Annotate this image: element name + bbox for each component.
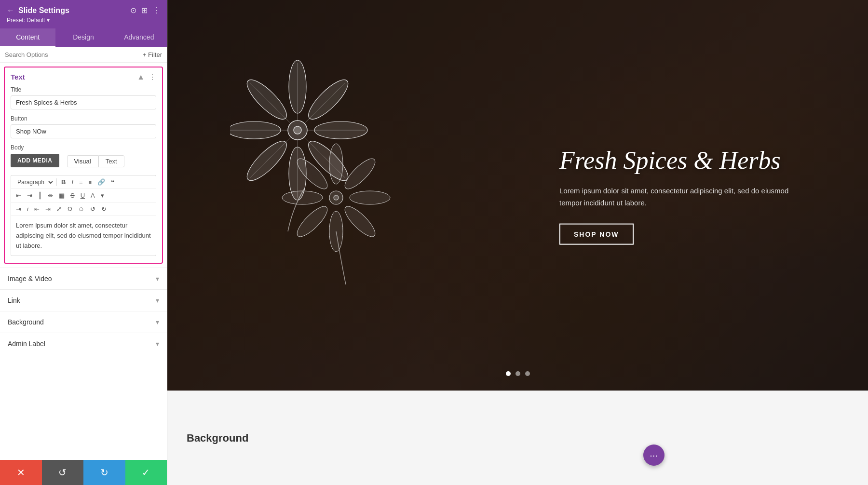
redo-editor-button[interactable]: ↻ (99, 204, 109, 214)
text-tab[interactable]: Text (98, 155, 124, 167)
dot-1[interactable] (506, 371, 511, 376)
ltr-button[interactable]: ⇥ (43, 204, 53, 214)
background-section[interactable]: Background ▾ (0, 311, 167, 333)
background-label: Background (8, 318, 44, 326)
slide-dots (506, 371, 530, 376)
hero-body-text: Lorem ipsum dolor sit amet, consectetur … (559, 184, 810, 209)
flower-illustration (230, 24, 408, 289)
dot-3[interactable] (525, 371, 530, 376)
image-video-chevron: ▾ (156, 275, 159, 283)
quote-button[interactable]: ❝ (108, 177, 117, 187)
image-video-label: Image & Video (8, 275, 52, 283)
add-media-button[interactable]: ADD MEDIA (11, 154, 59, 167)
admin-label-label: Admin Label (8, 340, 45, 348)
visual-text-switcher: Visual Text (67, 155, 124, 167)
image-video-section[interactable]: Image & Video ▾ (0, 268, 167, 289)
right-area: Fresh Spices & Herbs Lorem ipsum dolor s… (167, 0, 868, 485)
admin-label-chevron: ▾ (156, 340, 159, 348)
special-chars-button[interactable]: Ω (65, 204, 75, 214)
visual-tab[interactable]: Visual (67, 155, 98, 167)
tab-content[interactable]: Content (0, 28, 55, 47)
svg-point-9 (294, 126, 301, 134)
link-chevron: ▾ (156, 296, 159, 304)
bold-button[interactable]: B (59, 177, 68, 187)
left-panel: ← Slide Settings ⊙ ⊞ ⋮ Preset: Default ▾… (0, 0, 167, 485)
panel-header: ← Slide Settings ⊙ ⊞ ⋮ Preset: Default ▾ (0, 0, 167, 28)
bottom-label: Background (187, 432, 248, 445)
align-left-button[interactable]: ⇤ (14, 190, 24, 201)
tab-bar: Content Design Advanced (0, 28, 167, 47)
background-chevron: ▾ (156, 318, 159, 326)
back-icon[interactable]: ← (7, 6, 14, 15)
panel-content: Text ▲ ⋮ Title Button Body ADD MEDIA Vis… (0, 63, 167, 460)
search-input[interactable] (5, 51, 140, 58)
link-label: Link (8, 296, 20, 304)
more-icon[interactable]: ⋮ (152, 6, 160, 15)
fullscreen-button[interactable]: ⤢ (54, 204, 64, 214)
link-section[interactable]: Link ▾ (0, 289, 167, 311)
undo-button[interactable]: ↺ (42, 460, 84, 485)
italic-button[interactable]: I (69, 177, 76, 187)
preset-chevron: ▾ (47, 17, 50, 24)
hero-slide: Fresh Spices & Herbs Lorem ipsum dolor s… (167, 0, 868, 391)
hero-content: Fresh Spices & Herbs Lorem ipsum dolor s… (559, 146, 810, 245)
svg-point-27 (334, 195, 339, 200)
settings-icon[interactable]: ⊙ (130, 6, 136, 15)
indent-button[interactable]: ⇥ (14, 204, 24, 214)
align-justify-button[interactable]: ⇼ (45, 190, 55, 201)
save-button[interactable]: ✓ (125, 460, 167, 485)
preset-selector[interactable]: Preset: Default ▾ (7, 17, 160, 24)
underline-button[interactable]: U (78, 190, 87, 201)
link-button[interactable]: 🔗 (95, 177, 108, 187)
bottom-section: Background (167, 391, 868, 485)
more-formats-button[interactable]: ▾ (98, 190, 107, 201)
title-label: Title (11, 86, 156, 93)
svg-point-18 (329, 144, 343, 184)
title-input[interactable] (11, 95, 156, 109)
collapse-icon[interactable]: ▲ (137, 73, 145, 81)
section-more-icon[interactable]: ⋮ (149, 72, 156, 81)
panel-title: Slide Settings (18, 6, 69, 15)
strikethrough-button[interactable]: S (68, 190, 77, 201)
editor-toolbar: Paragraph B I ≡ ≡ 🔗 ❝ ⇤ ⇥ ┃ ⇼ ▦ S (11, 175, 156, 216)
align-right-button[interactable]: ┃ (36, 190, 44, 201)
rtl-button[interactable]: ⇤ (32, 204, 42, 214)
svg-point-24 (282, 191, 323, 204)
emoji-button[interactable]: ☺ (76, 204, 87, 214)
preset-label: Preset: Default (7, 17, 45, 24)
toolbar-row-1: Paragraph B I ≡ ≡ 🔗 ❝ (11, 175, 156, 189)
tab-design[interactable]: Design (55, 28, 111, 47)
redo-button[interactable]: ↻ (83, 460, 125, 485)
paragraph-select[interactable]: Paragraph (14, 177, 54, 187)
text-color-button[interactable]: A (88, 190, 97, 201)
button-input[interactable] (11, 124, 156, 138)
admin-label-section[interactable]: Admin Label ▾ (0, 333, 167, 354)
button-label: Button (11, 115, 156, 122)
cancel-button[interactable]: ✕ (0, 460, 42, 485)
ol-button[interactable]: ≡ (86, 178, 94, 187)
filter-button[interactable]: + Filter (143, 51, 162, 58)
hero-title: Fresh Spices & Herbs (559, 146, 810, 175)
text-section-title: Text (11, 73, 25, 81)
svg-line-17 (250, 82, 291, 123)
table-button[interactable]: ▦ (56, 190, 67, 201)
ul-button[interactable]: ≡ (77, 177, 85, 187)
svg-point-20 (350, 191, 390, 204)
align-center-button[interactable]: ⇥ (25, 190, 35, 201)
search-bar: + Filter (0, 47, 167, 63)
dot-2[interactable] (515, 371, 520, 376)
svg-line-11 (304, 82, 345, 123)
svg-line-15 (250, 137, 291, 178)
hero-shop-button[interactable]: SHOP NOW (559, 223, 634, 244)
text-section: Text ▲ ⋮ Title Button Body ADD MEDIA Vis… (4, 67, 163, 264)
fab-button[interactable]: ··· (643, 445, 665, 466)
svg-point-21 (341, 202, 379, 241)
text-section-header: Text ▲ ⋮ (11, 72, 156, 81)
section-controls: ▲ ⋮ (137, 72, 156, 81)
layout-icon[interactable]: ⊞ (141, 6, 148, 15)
outdent-button[interactable]: i (25, 204, 31, 214)
toolbar-row-2: ⇤ ⇥ ┃ ⇼ ▦ S U A ▾ (11, 189, 156, 202)
tab-advanced[interactable]: Advanced (111, 28, 167, 47)
editor-body[interactable]: Lorem ipsum dolor sit amet, consectetur … (11, 216, 156, 256)
undo-editor-button[interactable]: ↺ (88, 204, 98, 214)
